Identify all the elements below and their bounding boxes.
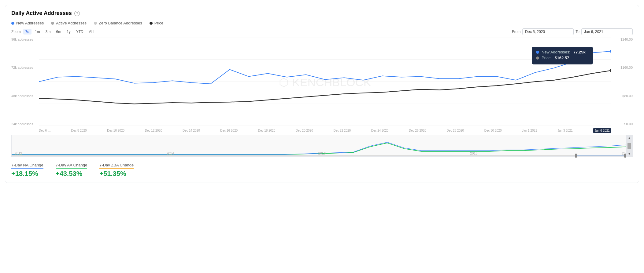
zero-balance-dot (94, 22, 97, 25)
dashboard-card: Daily Active Addresses ? New Addresses A… (5, 5, 639, 183)
y-axis-right: $240.00 $160.00 $80.00 $0.00 (611, 38, 633, 126)
x-label-12: Dec 30 2020 (484, 129, 502, 132)
zoom-6m[interactable]: 6m (54, 29, 63, 35)
chart-inner: ⬡ KENCHBLOCK New Addresses: (39, 38, 611, 126)
y-label-48k: 48k addresses (11, 94, 39, 98)
nav-track (12, 155, 626, 156)
date-controls: From To (512, 28, 633, 35)
help-icon[interactable]: ? (74, 11, 80, 16)
cursor-dot-dark (610, 69, 611, 72)
nav-handle-right[interactable] (624, 154, 626, 158)
tooltip-price-dot (536, 56, 539, 60)
legend-row: New Addresses Active Addresses Zero Bala… (11, 21, 633, 25)
from-date-input[interactable] (522, 28, 574, 35)
x-label-15-badge: Jan 6 2021 (593, 128, 611, 133)
tooltip-na-value: 77.25k (573, 50, 586, 54)
zoom-label: Zoom (11, 30, 21, 34)
metric-zba-change: 7-Day ZBA Change +51.35% (99, 163, 134, 178)
scroll-handle[interactable] (627, 143, 631, 149)
metric-na-change: 7-Day NA Change +18.15% (11, 163, 43, 178)
x-label-0: Dec 6 … (39, 129, 51, 132)
tooltip-price-label: Price: (542, 56, 552, 60)
metric-aa-label: 7-Day AA Change (56, 163, 87, 169)
active-addresses-dot (51, 22, 54, 25)
tooltip-new-addresses-row: New Addresses: 77.25k (536, 50, 589, 54)
legend-price[interactable]: Price (150, 21, 164, 25)
new-addresses-dot (11, 22, 14, 25)
x-label-4: Dec 14 2020 (183, 129, 200, 132)
tooltip-na-label: New Addresses: (542, 50, 570, 54)
zoom-1y[interactable]: 1y (65, 29, 73, 35)
cursor-dot-blue (610, 50, 611, 53)
to-label: To (576, 30, 579, 34)
scroll-down-icon[interactable]: ▼ (628, 152, 631, 155)
zoom-3m[interactable]: 3m (43, 29, 53, 35)
x-label-8: Dec 22 2020 (333, 129, 351, 132)
metric-aa-change: 7-Day AA Change +43.53% (56, 163, 87, 178)
metric-zba-value: +51.35% (99, 170, 134, 178)
price-label: Price (154, 21, 164, 25)
zoom-controls: Zoom 7d 1m 3m 6m 1y YTD ALL (11, 29, 98, 35)
nav-selected-region[interactable] (577, 155, 626, 156)
from-label: From (512, 30, 520, 34)
x-label-3: Dec 12 2020 (145, 129, 162, 132)
main-chart[interactable]: 96k addresses 72k addresses 48k addresse… (11, 38, 633, 135)
legend-zero-balance[interactable]: Zero Balance Addresses (94, 21, 142, 25)
chart-svg: ⬡ KENCHBLOCK (39, 38, 611, 126)
to-date-input[interactable] (581, 28, 633, 35)
chart-area: 96k addresses 72k addresses 48k addresse… (11, 38, 633, 178)
metric-zba-label: 7-Day ZBA Change (99, 163, 134, 169)
x-label-14: Jan 3 2021 (557, 129, 573, 132)
tooltip-new-dot (536, 51, 539, 54)
y-label-160: $160.00 (620, 66, 633, 69)
zoom-7d[interactable]: 7d (23, 29, 31, 35)
legend-new-addresses[interactable]: New Addresses (11, 21, 44, 25)
x-label-11: Dec 28 2020 (446, 129, 464, 132)
x-label-2: Dec 10 2020 (107, 129, 124, 132)
new-addresses-label: New Addresses (16, 21, 44, 25)
y-label-0: $0.00 (624, 122, 633, 126)
tooltip-price-row: Price: $162.57 (536, 56, 589, 60)
x-label-9: Dec 24 2020 (371, 129, 389, 132)
overview-scrollbar[interactable]: ▲ ▼ (626, 135, 632, 156)
x-label-7: Dec 20 2020 (296, 129, 313, 132)
metric-na-value: +18.15% (11, 170, 43, 178)
tooltip-box: New Addresses: 77.25k Price: $162.57 (532, 47, 593, 64)
y-label-72k: 72k addresses (11, 66, 39, 69)
price-dot (150, 22, 153, 25)
y-label-240: $240.00 (620, 38, 633, 41)
zoom-1m[interactable]: 1m (33, 29, 42, 35)
x-label-6: Dec 18 2020 (258, 129, 276, 132)
overview-chart[interactable]: 2012 2014 2016 2018 2020 ▲ ▼ (11, 135, 633, 157)
scroll-up-icon[interactable]: ▲ (628, 136, 631, 140)
y-label-24k: 24k addresses (11, 122, 39, 126)
y-axis-left: 96k addresses 72k addresses 48k addresse… (11, 38, 39, 126)
zoom-all[interactable]: ALL (87, 29, 98, 35)
metric-aa-value: +43.53% (56, 170, 87, 178)
y-label-96k: 96k addresses (11, 38, 39, 41)
controls-row: Zoom 7d 1m 3m 6m 1y YTD ALL From To (11, 28, 633, 35)
metrics-row: 7-Day NA Change +18.15% 7-Day AA Change … (11, 160, 633, 178)
active-addresses-label: Active Addresses (56, 21, 87, 25)
zero-balance-label: Zero Balance Addresses (99, 21, 142, 25)
x-label-1: Dec 8 2020 (71, 129, 87, 132)
tooltip-price-value: $162.57 (555, 56, 569, 60)
chart-title: Daily Active Addresses (11, 10, 72, 16)
y-label-80: $80.00 (622, 94, 633, 98)
x-label-13: Jan 1 2021 (522, 129, 537, 132)
chart-header: Daily Active Addresses ? (11, 10, 633, 16)
x-label-5: Dec 16 2020 (220, 129, 238, 132)
watermark-text: ⬡ KENCHBLOCK (279, 76, 371, 89)
nav-handle-left[interactable] (575, 154, 577, 158)
zoom-ytd[interactable]: YTD (74, 29, 86, 35)
x-label-10: Dec 26 2020 (409, 129, 426, 132)
metric-na-label: 7-Day NA Change (11, 163, 43, 169)
legend-active-addresses[interactable]: Active Addresses (51, 21, 87, 25)
x-axis: Dec 6 … Dec 8 2020 Dec 10 2020 Dec 12 20… (39, 126, 611, 135)
